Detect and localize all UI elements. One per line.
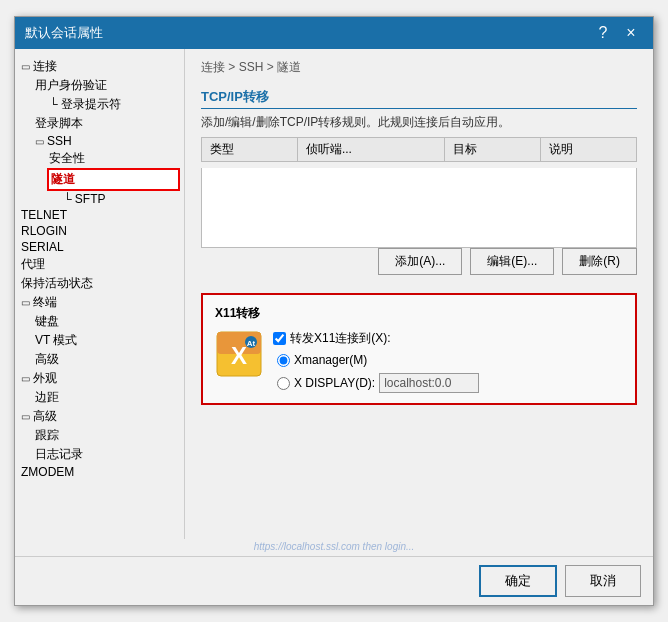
expand-icon-lian-jie: ▭: [21, 61, 33, 72]
sidebar-item-zmodem[interactable]: ZMODEM: [19, 464, 180, 480]
sidebar-item-gaoji-t[interactable]: 高级: [33, 350, 180, 369]
tcp-table: 类型 侦听端... 目标 说明: [201, 137, 637, 162]
sidebar-item-rlogin[interactable]: RLOGIN: [19, 223, 180, 239]
xmanager-row: Xmanager(M): [277, 353, 479, 367]
xdisplay-radio[interactable]: [277, 377, 290, 390]
expand-icon-gaoji: ▭: [21, 411, 33, 422]
cancel-button[interactable]: 取消: [565, 565, 641, 597]
expand-icon-ssh: ▭: [35, 136, 47, 147]
x11-forward-row: 转发X11连接到(X):: [273, 330, 479, 347]
x11-options: 转发X11连接到(X): Xmanager(M) X DISPLAY(D):: [273, 330, 479, 393]
col-target: 目标: [445, 138, 541, 162]
expand-icon-zhongduan: ▭: [21, 297, 33, 308]
dialog-body: ▭连接 用户身份验证 └ 登录提示符 登录脚本 ▭SSH 安全性 隧道 └ SF…: [15, 49, 653, 539]
sidebar-item-daili[interactable]: 代理: [19, 255, 180, 274]
watermark: https://localhost.ssl.com then login...: [15, 539, 653, 556]
dialog-footer: 确定 取消: [15, 556, 653, 605]
x11-icon-svg: X At: [215, 330, 263, 378]
sidebar-item-denglu[interactable]: └ 登录提示符: [47, 95, 180, 114]
sidebar-item-lian-jie[interactable]: ▭连接: [19, 57, 180, 76]
x11-icon: X At: [215, 330, 263, 378]
col-desc: 说明: [541, 138, 637, 162]
sidebar-item-genzong[interactable]: 跟踪: [33, 426, 180, 445]
sidebar-item-zhongduan[interactable]: ▭终端: [19, 293, 180, 312]
x11-section: X11转移 X At: [201, 293, 637, 405]
xdisplay-input[interactable]: [379, 373, 479, 393]
sidebar-item-yonghu[interactable]: 用户身份验证: [33, 76, 180, 95]
table-actions: 添加(A)... 编辑(E)... 删除(R): [201, 248, 637, 275]
tcp-title: TCP/IP转移: [201, 88, 637, 109]
expand-icon-waiguan: ▭: [21, 373, 33, 384]
dialog-window: 默认会话属性 ? × ▭连接 用户身份验证 └ 登录提示符 登录脚本 ▭SSH …: [14, 16, 654, 606]
sidebar-item-bianju[interactable]: 边距: [33, 388, 180, 407]
title-bar-controls: ? ×: [591, 21, 643, 45]
sidebar-item-gaoji[interactable]: ▭高级: [19, 407, 180, 426]
forward-x11-label[interactable]: 转发X11连接到(X):: [290, 330, 391, 347]
x11-inner: X At 转发X11连接到(X):: [215, 330, 623, 393]
sidebar-item-rizhi[interactable]: 日志记录: [33, 445, 180, 464]
col-listen: 侦听端...: [297, 138, 444, 162]
ok-button[interactable]: 确定: [479, 565, 557, 597]
edit-button[interactable]: 编辑(E)...: [470, 248, 554, 275]
sidebar-item-jianpan[interactable]: 键盘: [33, 312, 180, 331]
xdisplay-row: X DISPLAY(D):: [277, 373, 479, 393]
sidebar-item-keep-alive[interactable]: 保持活动状态: [19, 274, 180, 293]
forward-x11-checkbox[interactable]: [273, 332, 286, 345]
xmanager-radio[interactable]: [277, 354, 290, 367]
sidebar-item-waiguan[interactable]: ▭外观: [19, 369, 180, 388]
xmanager-label[interactable]: Xmanager(M): [294, 353, 367, 367]
tcp-desc: 添加/编辑/删除TCP/IP转移规则。此规则连接后自动应用。: [201, 113, 637, 131]
svg-text:At: At: [247, 339, 256, 348]
sidebar: ▭连接 用户身份验证 └ 登录提示符 登录脚本 ▭SSH 安全性 隧道 └ SF…: [15, 49, 185, 539]
help-button[interactable]: ?: [591, 21, 615, 45]
x11-title: X11转移: [215, 305, 623, 322]
col-type: 类型: [202, 138, 298, 162]
dialog-title: 默认会话属性: [25, 24, 103, 42]
add-button[interactable]: 添加(A)...: [378, 248, 462, 275]
sidebar-item-sftp[interactable]: └ SFTP: [61, 191, 180, 207]
sidebar-item-denglu-jiaoben[interactable]: 登录脚本: [33, 114, 180, 133]
title-bar: 默认会话属性 ? ×: [15, 17, 653, 49]
tcp-section: TCP/IP转移 添加/编辑/删除TCP/IP转移规则。此规则连接后自动应用。 …: [201, 88, 637, 281]
close-button[interactable]: ×: [619, 21, 643, 45]
sidebar-item-suidao[interactable]: 隧道: [47, 168, 180, 191]
sidebar-item-anquan[interactable]: 安全性: [47, 149, 180, 168]
xdisplay-label[interactable]: X DISPLAY(D):: [294, 376, 375, 390]
content-area: 连接 > SSH > 隧道 TCP/IP转移 添加/编辑/删除TCP/IP转移规…: [185, 49, 653, 539]
svg-text:X: X: [231, 342, 247, 369]
tcp-table-body: [201, 168, 637, 248]
sidebar-item-vtmode[interactable]: VT 模式: [33, 331, 180, 350]
sidebar-item-ssh[interactable]: ▭SSH: [33, 133, 180, 149]
delete-button[interactable]: 删除(R): [562, 248, 637, 275]
breadcrumb: 连接 > SSH > 隧道: [201, 59, 637, 76]
sidebar-item-telnet[interactable]: TELNET: [19, 207, 180, 223]
sidebar-item-serial[interactable]: SERIAL: [19, 239, 180, 255]
